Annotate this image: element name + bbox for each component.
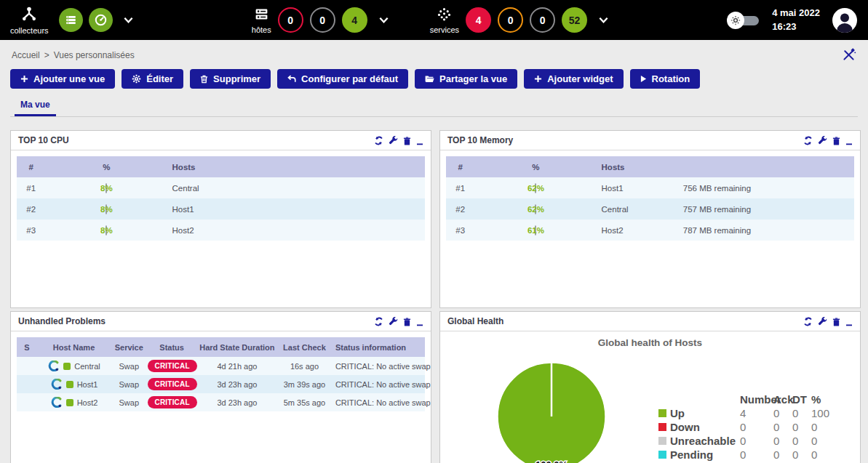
memory-table: # % Hosts #1 62% Host1 756 MB remaining … xyxy=(446,156,854,241)
widget-actions xyxy=(803,136,853,145)
services-ok-badge[interactable]: 52 xyxy=(562,7,587,33)
memory-row: #3 61% Host2 787 MB remaining xyxy=(446,220,854,241)
edit-view-button[interactable]: Éditer xyxy=(122,69,183,89)
refresh-icon[interactable] xyxy=(374,317,383,326)
pollers-expand-chevron[interactable] xyxy=(123,17,134,24)
add-view-button[interactable]: Ajouter une vue xyxy=(10,69,115,89)
theme-toggle[interactable] xyxy=(727,12,760,29)
pollers-menu[interactable]: collecteurs xyxy=(10,6,49,35)
legend-col-dt: DT xyxy=(792,393,811,406)
cpu-row: #2 8% Host1 xyxy=(17,198,425,220)
rank-cell: #3 xyxy=(17,220,45,241)
host-cell: Central xyxy=(37,361,111,371)
memory-row: #2 62% Central 757 MB remaining xyxy=(446,198,854,220)
widget-title: Global Health xyxy=(447,316,503,326)
down-color-swatch xyxy=(658,423,666,431)
widgets-grid: TOP 10 CPU # % Hosts #1 8% Central xyxy=(10,130,858,463)
col-status-info: Status information xyxy=(331,337,425,357)
share-view-button[interactable]: Partager la vue xyxy=(415,69,517,89)
trash-icon[interactable] xyxy=(403,137,411,145)
service-cell: Swap xyxy=(111,357,147,375)
global-health-body: Global health of Hosts 100.0% Number Ack… xyxy=(440,337,860,463)
services-unknown-badge[interactable]: 0 xyxy=(530,7,555,33)
hosts-down-badge[interactable]: 0 xyxy=(278,7,303,33)
rotation-button[interactable]: Rotation xyxy=(630,69,701,89)
hosts-health-pie-chart: 100.0% xyxy=(490,355,613,463)
widget-header: TOP 10 CPU xyxy=(11,131,431,150)
memory-table-header: # % Hosts xyxy=(446,156,854,177)
services-warning-badge[interactable]: 0 xyxy=(498,7,523,33)
legend-row-pending: Pending 0 0 0 0 xyxy=(658,448,840,462)
cpu-progress-bar: 8% xyxy=(105,183,107,193)
refresh-icon[interactable] xyxy=(374,136,383,145)
legend-col-pct: % xyxy=(811,393,840,406)
pie-percent-label: 100.0% xyxy=(535,459,568,463)
hosts-expand-chevron[interactable] xyxy=(378,17,389,24)
host-cell: Central xyxy=(168,177,425,198)
refresh-icon[interactable] xyxy=(803,136,813,145)
trash-icon[interactable] xyxy=(832,318,840,326)
widget-header: TOP 10 Memory xyxy=(440,131,860,150)
view-toolbar: Ajouter une vue Éditer Supprimer Configu… xyxy=(0,65,868,90)
wrench-icon[interactable] xyxy=(818,136,827,145)
delete-view-button[interactable]: Supprimer xyxy=(190,69,271,89)
problems-table: S Host Name Service Status Hard State Du… xyxy=(17,337,425,411)
hosts-up-badge[interactable]: 4 xyxy=(342,7,367,33)
folder-open-icon xyxy=(425,76,434,83)
host-cell: Host1 xyxy=(597,177,679,198)
info-cell: CRITICAL: No active swap xyxy=(331,357,425,375)
wrench-icon[interactable] xyxy=(389,136,398,145)
status-badge: CRITICAL xyxy=(148,360,197,372)
services-menu[interactable]: services xyxy=(430,7,459,34)
wrench-icon[interactable] xyxy=(818,317,827,326)
pie-chart-title: Global health of Hosts xyxy=(440,337,860,348)
poller-statistics-button[interactable] xyxy=(89,8,113,32)
up-color-swatch xyxy=(658,409,666,417)
pie-legend: Number Ack DT % Up 4 0 0 100 Down 0 0 0 xyxy=(658,392,840,462)
user-avatar[interactable] xyxy=(832,7,858,33)
hosts-label: hôtes xyxy=(252,25,271,34)
breadcrumb-separator: > xyxy=(44,50,49,60)
refresh-icon[interactable] xyxy=(803,317,813,326)
services-expand-chevron[interactable] xyxy=(598,17,609,24)
problem-row[interactable]: Host1 Swap CRITICAL 3d 23h ago 3m 39s ag… xyxy=(17,375,425,393)
wrench-icon[interactable] xyxy=(389,317,398,326)
configure-default-button[interactable]: Configurer par défaut xyxy=(277,69,408,89)
hosts-unreachable-badge[interactable]: 0 xyxy=(310,7,335,33)
problem-row[interactable]: Central Swap CRITICAL 4d 21h ago 16s ago… xyxy=(17,357,425,375)
remaining-cell: 787 MB remaining xyxy=(679,220,854,241)
poller-list-button[interactable] xyxy=(59,8,83,32)
edit-mode-wand-button[interactable] xyxy=(841,47,856,63)
problem-row[interactable]: Host2 Swap CRITICAL 3d 23h ago 5m 35s ag… xyxy=(17,393,425,411)
remaining-cell: 757 MB remaining xyxy=(679,198,854,220)
minimize-icon[interactable] xyxy=(845,317,853,326)
trash-icon[interactable] xyxy=(832,137,840,145)
rank-cell: #3 xyxy=(446,220,474,241)
service-cell: Swap xyxy=(111,393,147,411)
add-widget-button[interactable]: Ajouter widget xyxy=(524,69,623,89)
minimize-icon[interactable] xyxy=(845,136,853,145)
cpu-table: # % Hosts #1 8% Central #2 8% Host1 #3 8… xyxy=(17,156,425,241)
host-name: Host1 xyxy=(77,380,98,389)
hosts-menu[interactable]: hôtes xyxy=(252,7,271,34)
host-up-square-icon xyxy=(63,363,71,370)
pollers-label: collecteurs xyxy=(10,26,49,35)
centreon-logo-icon xyxy=(47,361,60,371)
trash-icon[interactable] xyxy=(403,318,411,326)
info-cell: CRITICAL: No active swap xyxy=(331,393,425,411)
host-cell: Host2 xyxy=(168,220,425,241)
minimize-icon[interactable] xyxy=(416,136,423,145)
breadcrumb-current-link[interactable]: Vues personnalisées xyxy=(54,50,135,60)
minimize-icon[interactable] xyxy=(416,317,423,326)
widget-unhandled-problems: Unhandled Problems S Host Name Service S… xyxy=(10,311,431,463)
host-cell: Host2 xyxy=(37,397,111,408)
breadcrumb-home-link[interactable]: Accueil xyxy=(12,50,40,60)
tab-ma-vue[interactable]: Ma vue xyxy=(15,96,56,116)
legend-row-down: Down 0 0 0 0 xyxy=(658,420,840,434)
time-text: 16:23 xyxy=(772,20,820,34)
services-critical-badge[interactable]: 4 xyxy=(466,7,491,33)
memory-progress-bar: 61% xyxy=(535,225,536,235)
legend-label: Pending xyxy=(670,448,713,461)
date-text: 4 mai 2022 xyxy=(772,7,820,20)
host-cell: Central xyxy=(597,198,679,220)
